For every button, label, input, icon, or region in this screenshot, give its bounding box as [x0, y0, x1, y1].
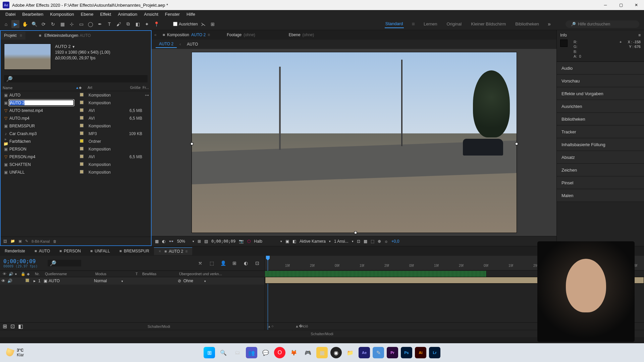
- col-parent[interactable]: Übergeordnet und verkn...: [178, 272, 263, 276]
- timeline-tab[interactable]: ■PERSON: [55, 247, 86, 255]
- taskbar-pr[interactable]: Pr: [387, 347, 398, 358]
- taskbar-ps[interactable]: Ps: [401, 347, 412, 358]
- taskbar-ae[interactable]: Ae: [359, 347, 370, 358]
- pixel-icon[interactable]: ⊡: [357, 239, 360, 244]
- maximize-button[interactable]: ▢: [613, 0, 629, 10]
- puppet-tool[interactable]: 📍: [152, 20, 160, 28]
- project-item[interactable]: ▣Komposition: [1, 99, 151, 107]
- snapshot-icon[interactable]: 📷: [239, 239, 244, 244]
- project-item[interactable]: ▣UNFALLKomposition: [1, 168, 151, 176]
- pen-tool[interactable]: ✒: [96, 20, 104, 28]
- layer-eye[interactable]: 👁: [0, 279, 6, 283]
- panel-ausrichten[interactable]: Ausrichten: [557, 100, 644, 113]
- col-bewmas[interactable]: BewMas: [141, 272, 178, 276]
- toggle-pane-icon[interactable]: ◧: [18, 323, 23, 329]
- brush-tool[interactable]: 🖌: [115, 20, 123, 28]
- shy-icon[interactable]: 👤: [219, 259, 227, 267]
- project-item[interactable]: ▽AUTO.mp4AVI6,5 MB: [1, 114, 151, 122]
- tab-effect-controls[interactable]: ■ EffekteinstellungenAUTO: [36, 32, 94, 40]
- taskbar-teams[interactable]: 👥: [246, 347, 257, 358]
- taskbar-opera[interactable]: O: [274, 347, 285, 358]
- panel-menu-icon[interactable]: ≡: [638, 33, 641, 38]
- guides-icon[interactable]: ▤: [204, 239, 208, 244]
- zoom-tool[interactable]: 🔍: [30, 20, 38, 28]
- menu-datei[interactable]: Datei: [2, 11, 19, 18]
- rotate-tool[interactable]: ↻: [49, 20, 57, 28]
- col-trackmatte[interactable]: T: [134, 272, 141, 276]
- project-item[interactable]: ♪Car Crash.mp3MP3109 KB: [1, 130, 151, 137]
- adjust-icon[interactable]: ✎: [25, 239, 28, 243]
- timeline-layer-row[interactable]: 👁 🔊 ▸ 1 ▣AUTO Normal ▾ ⊘ Ohne ▾: [0, 277, 265, 285]
- grid-icon[interactable]: ⊞: [198, 239, 201, 244]
- eye-col[interactable]: 👁: [1, 272, 7, 276]
- lock-col[interactable]: 🔒: [19, 272, 25, 276]
- graph-icon[interactable]: ⊡: [253, 259, 261, 267]
- tab-composition[interactable]: ■ Komposition AUTO 2 ≡: [159, 31, 213, 39]
- project-item[interactable]: ▣BREMSSPURKomposition: [1, 122, 151, 130]
- snap-grid-icon[interactable]: ⊞: [209, 20, 217, 28]
- fast-icon[interactable]: ▦: [364, 239, 367, 244]
- snap-checkbox[interactable]: [173, 22, 177, 26]
- minimize-button[interactable]: ─: [598, 0, 613, 10]
- col-swatch[interactable]: ◆: [79, 85, 88, 90]
- menu-hilfe[interactable]: Hilfe: [183, 11, 199, 18]
- rename-input[interactable]: [9, 100, 74, 106]
- rect-tool[interactable]: ▭: [77, 20, 85, 28]
- timeline-tab[interactable]: ■UNFALL: [86, 247, 115, 255]
- nested-comp-auto[interactable]: AUTO: [183, 41, 201, 48]
- menu-ebene[interactable]: Ebene: [77, 11, 97, 18]
- col-nr[interactable]: Nr.: [34, 272, 44, 276]
- panel-pinsel[interactable]: Pinsel: [557, 177, 644, 189]
- type-tool[interactable]: T: [105, 20, 113, 28]
- frameblend-icon[interactable]: ⊞: [230, 259, 238, 267]
- ws-standard[interactable]: Standard: [385, 20, 404, 28]
- exposure-icon[interactable]: ☼: [384, 239, 388, 244]
- anchor-tool[interactable]: ⊹: [68, 20, 76, 28]
- tab-project[interactable]: Projekt ≡: [1, 32, 25, 40]
- layer-audio[interactable]: 🔊: [6, 279, 12, 283]
- col-source[interactable]: Quellenname: [44, 272, 94, 276]
- solo-col[interactable]: ●: [13, 272, 19, 276]
- home-icon[interactable]: ⌂: [2, 20, 10, 28]
- ws-biblio[interactable]: Bibliotheken: [515, 20, 540, 28]
- taskbar-lr[interactable]: Lr: [429, 347, 440, 358]
- channel-icon[interactable]: ⬡: [247, 239, 251, 244]
- selection-tool[interactable]: ▶: [11, 20, 19, 28]
- project-item[interactable]: ▣PERSONKomposition: [1, 145, 151, 153]
- panel-vorschau[interactable]: Vorschau: [557, 75, 644, 87]
- camera-dropdown[interactable]: Aktive Kamera▾: [300, 239, 331, 244]
- menu-effekt[interactable]: Effekt: [97, 11, 114, 18]
- snap-opts-icon[interactable]: ⋋: [199, 20, 207, 28]
- help-search[interactable]: 🔎 Hilfe durchsuchen: [566, 20, 639, 28]
- timecode-display[interactable]: 0;00;00;09: [211, 239, 235, 244]
- panel-absatz[interactable]: Absatz: [557, 151, 644, 164]
- ws-kleiner[interactable]: Kleiner Bildschirm: [470, 20, 506, 28]
- col-framerate[interactable]: Fr...: [141, 85, 149, 90]
- col-mode[interactable]: Modus: [94, 272, 134, 276]
- current-timecode[interactable]: 0;00;00;09: [3, 258, 38, 264]
- taskbar-obs[interactable]: ◉: [330, 347, 342, 358]
- panel-inhaltsbasierte-füllung[interactable]: Inhaltsbasierte Füllung: [557, 138, 644, 151]
- resolution-dropdown[interactable]: Halb▾: [254, 239, 282, 244]
- bpc-label[interactable]: 8-Bit-Kanal: [32, 239, 50, 243]
- region-icon[interactable]: ◧: [292, 239, 296, 244]
- timeline-footer-label[interactable]: Schalter/Modi: [311, 332, 333, 336]
- playhead[interactable]: [268, 256, 268, 330]
- orbit-tool[interactable]: ⟳: [40, 20, 48, 28]
- panel-effekte-und-vorgaben[interactable]: Effekte und Vorgaben: [557, 87, 644, 100]
- label-col[interactable]: ◆: [25, 272, 34, 276]
- taskbar-app2[interactable]: ▦: [316, 347, 328, 358]
- switches-label[interactable]: Schalter/Modi: [148, 324, 170, 328]
- panel-zeichen[interactable]: Zeichen: [557, 164, 644, 176]
- ellipse-tool[interactable]: ◯: [87, 20, 95, 28]
- tab-layer[interactable]: Ebene(ohne): [285, 31, 317, 39]
- clone-tool[interactable]: ⧉: [124, 20, 132, 28]
- menu-bearbeiten[interactable]: Bearbeiten: [19, 11, 47, 18]
- tab-footage[interactable]: Footage(ohne): [223, 31, 259, 39]
- toggle-modes-icon[interactable]: ⊡: [10, 323, 15, 329]
- project-item[interactable]: ▸ 📁FarbflächenOrdner: [1, 137, 151, 145]
- timeline-tab[interactable]: ■AUTO: [30, 247, 55, 255]
- col-size[interactable]: Größe: [121, 85, 141, 90]
- weather-widget[interactable]: 3°CKlar: [6, 348, 24, 357]
- mask-icon[interactable]: 👓: [169, 239, 174, 244]
